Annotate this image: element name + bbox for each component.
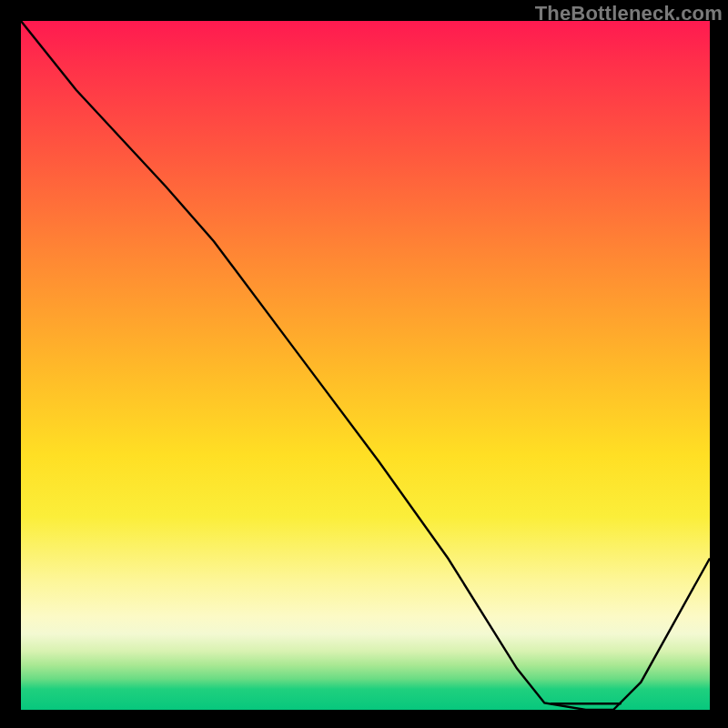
bottleneck-curve [21, 21, 710, 710]
plot-area [21, 21, 710, 710]
watermark-text: TheBottleneck.com [535, 2, 723, 25]
chart-frame: TheBottleneck.com [0, 0, 728, 728]
chart-svg [21, 21, 710, 710]
